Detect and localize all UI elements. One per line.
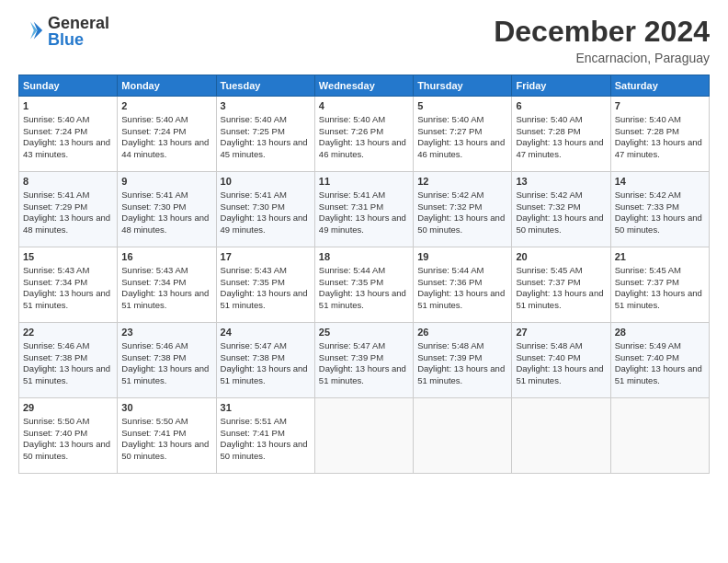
- calendar-cell: 23Sunrise: 5:46 AMSunset: 7:38 PMDayligh…: [118, 323, 216, 398]
- calendar-cell: 25Sunrise: 5:47 AMSunset: 7:39 PMDayligh…: [314, 323, 413, 398]
- calendar-cell: 10Sunrise: 5:41 AMSunset: 7:30 PMDayligh…: [216, 172, 314, 247]
- calendar-cell: 17Sunrise: 5:43 AMSunset: 7:35 PMDayligh…: [216, 247, 314, 323]
- logo-general-text: General: [48, 15, 109, 31]
- calendar-header: Sunday Monday Tuesday Wednesday Thursday…: [19, 75, 710, 97]
- day-number: 14: [615, 175, 705, 189]
- day-number: 23: [121, 326, 211, 339]
- calendar-cell: 31Sunrise: 5:51 AMSunset: 7:41 PMDayligh…: [216, 398, 314, 474]
- day-number: 13: [516, 175, 606, 189]
- day-number: 19: [417, 250, 507, 264]
- calendar-week-0: 1Sunrise: 5:40 AMSunset: 7:24 PMDaylight…: [19, 97, 710, 172]
- calendar-cell: 6Sunrise: 5:40 AMSunset: 7:28 PMDaylight…: [512, 97, 610, 172]
- calendar-week-1: 8Sunrise: 5:41 AMSunset: 7:29 PMDaylight…: [19, 172, 710, 247]
- day-number: 24: [221, 326, 311, 339]
- day-number: 21: [615, 250, 705, 264]
- col-monday: Monday: [118, 75, 216, 97]
- calendar-cell: 18Sunrise: 5:44 AMSunset: 7:35 PMDayligh…: [314, 247, 413, 323]
- calendar-cell: 26Sunrise: 5:48 AMSunset: 7:39 PMDayligh…: [414, 323, 512, 398]
- calendar-cell: [314, 398, 413, 474]
- day-number: 10: [221, 175, 311, 189]
- day-number: 3: [221, 99, 311, 113]
- calendar-cell: 29Sunrise: 5:50 AMSunset: 7:40 PMDayligh…: [19, 398, 118, 474]
- calendar-week-2: 15Sunrise: 5:43 AMSunset: 7:34 PMDayligh…: [19, 247, 710, 323]
- calendar-cell: 27Sunrise: 5:48 AMSunset: 7:40 PMDayligh…: [512, 323, 610, 398]
- location-subtitle: Encarnacion, Paraguay: [494, 51, 710, 65]
- calendar-cell: 28Sunrise: 5:49 AMSunset: 7:40 PMDayligh…: [610, 323, 709, 398]
- day-number: 12: [417, 175, 507, 189]
- day-number: 20: [516, 250, 606, 264]
- day-number: 7: [615, 99, 705, 113]
- calendar-cell: [512, 398, 610, 474]
- logo: General Blue: [18, 15, 109, 48]
- calendar-cell: [414, 398, 512, 474]
- calendar-cell: 4Sunrise: 5:40 AMSunset: 7:26 PMDaylight…: [314, 97, 413, 172]
- calendar-cell: 9Sunrise: 5:41 AMSunset: 7:30 PMDaylight…: [118, 172, 216, 247]
- day-number: 29: [23, 401, 113, 415]
- calendar-week-4: 29Sunrise: 5:50 AMSunset: 7:40 PMDayligh…: [19, 398, 710, 474]
- header-row: Sunday Monday Tuesday Wednesday Thursday…: [19, 75, 710, 97]
- logo-text: General Blue: [48, 15, 109, 48]
- day-number: 9: [121, 175, 211, 189]
- col-sunday: Sunday: [19, 75, 118, 97]
- calendar-cell: 1Sunrise: 5:40 AMSunset: 7:24 PMDaylight…: [19, 97, 118, 172]
- day-number: 28: [615, 326, 705, 339]
- day-number: 22: [23, 326, 113, 339]
- day-number: 31: [221, 401, 311, 415]
- day-number: 18: [319, 250, 409, 264]
- calendar-cell: 2Sunrise: 5:40 AMSunset: 7:24 PMDaylight…: [118, 97, 216, 172]
- logo-icon: [18, 18, 44, 44]
- calendar-cell: 7Sunrise: 5:40 AMSunset: 7:28 PMDaylight…: [610, 97, 709, 172]
- title-section: December 2024 Encarnacion, Paraguay: [494, 15, 710, 65]
- calendar-cell: 20Sunrise: 5:45 AMSunset: 7:37 PMDayligh…: [512, 247, 610, 323]
- calendar-cell: 3Sunrise: 5:40 AMSunset: 7:25 PMDaylight…: [216, 97, 314, 172]
- calendar-week-3: 22Sunrise: 5:46 AMSunset: 7:38 PMDayligh…: [19, 323, 710, 398]
- day-number: 4: [319, 99, 409, 113]
- col-friday: Friday: [512, 75, 610, 97]
- calendar-cell: 12Sunrise: 5:42 AMSunset: 7:32 PMDayligh…: [414, 172, 512, 247]
- day-number: 26: [417, 326, 507, 339]
- day-number: 8: [23, 175, 113, 189]
- header: General Blue December 2024 Encarnacion, …: [18, 15, 710, 65]
- day-number: 6: [516, 99, 606, 113]
- calendar-cell: 16Sunrise: 5:43 AMSunset: 7:34 PMDayligh…: [118, 247, 216, 323]
- calendar-cell: 5Sunrise: 5:40 AMSunset: 7:27 PMDaylight…: [414, 97, 512, 172]
- col-saturday: Saturday: [610, 75, 709, 97]
- col-tuesday: Tuesday: [216, 75, 314, 97]
- day-number: 27: [516, 326, 606, 339]
- calendar-cell: 24Sunrise: 5:47 AMSunset: 7:38 PMDayligh…: [216, 323, 314, 398]
- calendar-cell: 21Sunrise: 5:45 AMSunset: 7:37 PMDayligh…: [610, 247, 709, 323]
- col-thursday: Thursday: [414, 75, 512, 97]
- day-number: 15: [23, 250, 113, 264]
- calendar-cell: 22Sunrise: 5:46 AMSunset: 7:38 PMDayligh…: [19, 323, 118, 398]
- col-wednesday: Wednesday: [314, 75, 413, 97]
- day-number: 17: [221, 250, 311, 264]
- calendar-cell: [610, 398, 709, 474]
- logo-blue-text: Blue: [48, 31, 109, 48]
- day-number: 11: [319, 175, 409, 189]
- calendar-cell: 8Sunrise: 5:41 AMSunset: 7:29 PMDaylight…: [19, 172, 118, 247]
- day-number: 16: [121, 250, 211, 264]
- calendar-cell: 19Sunrise: 5:44 AMSunset: 7:36 PMDayligh…: [414, 247, 512, 323]
- day-number: 25: [319, 326, 409, 339]
- day-number: 2: [121, 99, 211, 113]
- page: General Blue December 2024 Encarnacion, …: [0, 0, 728, 563]
- day-number: 5: [417, 99, 507, 113]
- calendar-cell: 13Sunrise: 5:42 AMSunset: 7:32 PMDayligh…: [512, 172, 610, 247]
- calendar-cell: 11Sunrise: 5:41 AMSunset: 7:31 PMDayligh…: [314, 172, 413, 247]
- calendar-cell: 14Sunrise: 5:42 AMSunset: 7:33 PMDayligh…: [610, 172, 709, 247]
- calendar-table: Sunday Monday Tuesday Wednesday Thursday…: [18, 75, 710, 474]
- calendar-cell: 15Sunrise: 5:43 AMSunset: 7:34 PMDayligh…: [19, 247, 118, 323]
- day-number: 30: [121, 401, 211, 415]
- calendar-cell: 30Sunrise: 5:50 AMSunset: 7:41 PMDayligh…: [118, 398, 216, 474]
- calendar-body: 1Sunrise: 5:40 AMSunset: 7:24 PMDaylight…: [19, 97, 710, 474]
- month-title: December 2024: [494, 15, 710, 49]
- day-number: 1: [23, 99, 113, 113]
